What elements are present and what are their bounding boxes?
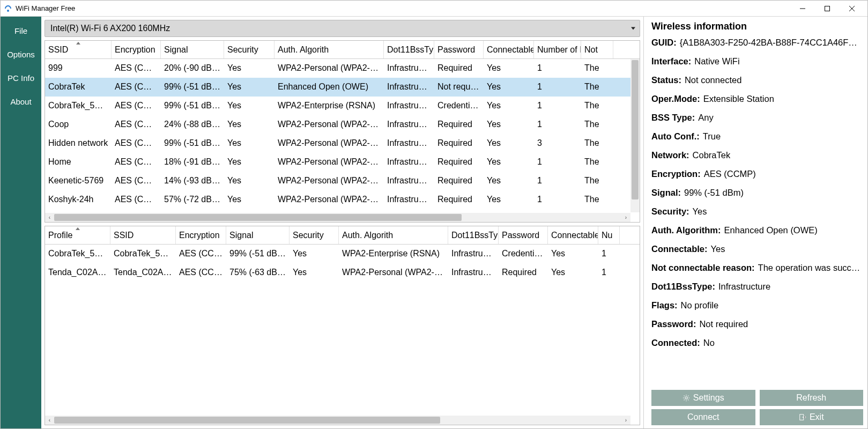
window-title: WiFi Manager Free [16, 4, 790, 12]
sidebar-item-file[interactable]: File [1, 19, 41, 42]
info-row: Auth. Algorithm:Enhanced Open (OWE) [651, 225, 863, 235]
sidebar: File Options PC Info About [1, 17, 41, 428]
chevron-down-icon [631, 27, 635, 30]
sidebar-item-about[interactable]: About [1, 90, 41, 113]
info-row: Network:CobraTek [651, 150, 863, 160]
networks-col-8[interactable]: Number of B [534, 41, 581, 58]
profiles-col-9[interactable]: Nu [598, 226, 620, 244]
network-row[interactable]: HomeAES (CCMP)18% (-91 dBm)YesWPA2-Perso… [45, 153, 640, 172]
connect-button[interactable]: Connect [651, 409, 755, 425]
info-row: BSS Type:Any [651, 113, 863, 123]
profiles-col-1[interactable]: SSID [110, 226, 176, 244]
profiles-col-7[interactable]: Password [499, 226, 548, 244]
network-row[interactable]: Hidden networkAES (CCMP)99% (-51 dBm)Yes… [45, 134, 640, 153]
networks-table: SSIDEncryptionSignalSecurityAuth. Algori… [44, 40, 640, 223]
info-row: Connected:No [651, 338, 863, 348]
networks-hscroll[interactable]: ‹ › [45, 213, 630, 222]
info-row: Security:Yes [651, 206, 863, 217]
profiles-col-5[interactable]: Auth. Algorith [339, 226, 448, 244]
networks-col-4[interactable]: Auth. Algorith [275, 41, 384, 58]
info-row: Signal:99% (-51 dBm) [651, 188, 863, 198]
profiles-col-0[interactable]: Profile [45, 226, 110, 244]
close-button[interactable] [840, 1, 864, 17]
networks-col-2[interactable]: Signal [161, 41, 224, 58]
info-row: Auto Conf.:True [651, 131, 863, 142]
profiles-col-6[interactable]: Dot11BssType [448, 226, 499, 244]
profiles-col-8[interactable]: Connectable [548, 226, 598, 244]
adapter-selected: Intel(R) Wi-Fi 6 AX200 160MHz [50, 24, 170, 33]
network-row[interactable]: CoopAES (CCMP)24% (-88 dBm)YesWPA2-Perso… [45, 115, 640, 134]
network-row[interactable]: Koshyk-24hAES (CCMP)57% (-72 dBm)YesWPA2… [45, 190, 640, 209]
minimize-button[interactable] [790, 1, 815, 17]
network-row[interactable]: Keenetic-5769AES (CCMP)14% (-93 dBm)YesW… [45, 172, 640, 190]
app-icon [4, 4, 12, 13]
info-row: Encryption:AES (CCMP) [651, 169, 863, 179]
svg-point-2 [685, 397, 687, 399]
gear-icon [682, 394, 690, 402]
networks-col-0[interactable]: SSID [45, 41, 112, 58]
info-row: Status:Not connected [651, 75, 863, 85]
profiles-col-4[interactable]: Security [290, 226, 339, 244]
profiles-header: ProfileSSIDEncryptionSignalSecurityAuth.… [45, 226, 640, 245]
info-row: Password:Not required [651, 319, 863, 329]
info-panel: Wireless information GUID:{A1B8A303-F250… [643, 17, 867, 428]
svg-rect-1 [825, 6, 830, 11]
profiles-table: ProfileSSIDEncryptionSignalSecurityAuth.… [44, 226, 640, 425]
sidebar-item-pcinfo[interactable]: PC Info [1, 66, 41, 90]
title-bar: WiFi Manager Free [1, 1, 867, 17]
adapter-dropdown[interactable]: Intel(R) Wi-Fi 6 AX200 160MHz [44, 20, 640, 37]
networks-col-7[interactable]: Connectable [484, 41, 534, 58]
exit-button[interactable]: Exit [760, 409, 864, 425]
sidebar-item-options[interactable]: Options [1, 42, 41, 66]
profiles-col-3[interactable]: Signal [226, 226, 290, 244]
info-row: Not connectable reason:The operation was… [651, 263, 863, 273]
networks-vscroll[interactable] [630, 59, 640, 212]
profiles-hscroll[interactable]: ‹ › [45, 416, 630, 425]
network-row[interactable]: 999AES (CCMP)20% (-90 dBm)YesWPA2-Person… [45, 59, 640, 78]
info-row: Flags:No profile [651, 300, 863, 310]
profiles-col-2[interactable]: Encryption [176, 226, 226, 244]
profile-row[interactable]: Tenda_C02AD8Tenda_C02AD8AES (CCMP)75% (-… [45, 263, 640, 282]
info-row: Oper.Mode:Extensible Station [651, 94, 863, 104]
profile-row[interactable]: CobraTek_5GHzCobraTek_5GHzAES (CCMP)99% … [45, 245, 640, 263]
info-row: Connectable:Yes [651, 244, 863, 254]
network-row[interactable]: CobraTekAES (CCMP)99% (-51 dBm)YesEnhanc… [45, 78, 640, 97]
networks-col-1[interactable]: Encryption [112, 41, 161, 58]
networks-col-3[interactable]: Security [224, 41, 275, 58]
networks-col-6[interactable]: Password [434, 41, 484, 58]
networks-col-5[interactable]: Dot11BssType [384, 41, 434, 58]
info-title: Wireless information [651, 21, 863, 32]
info-row: Dot11BssType:Infrastructure [651, 282, 863, 292]
svg-point-0 [7, 10, 9, 12]
networks-header: SSIDEncryptionSignalSecurityAuth. Algori… [45, 41, 640, 59]
exit-icon [799, 413, 806, 421]
settings-button[interactable]: Settings [651, 390, 755, 406]
maximize-button[interactable] [815, 1, 840, 17]
network-row[interactable]: CobraTek_5GHzAES (CCMP)99% (-51 dBm)YesW… [45, 97, 640, 115]
refresh-button[interactable]: Refresh [760, 390, 864, 406]
networks-col-9[interactable]: Not [581, 41, 613, 58]
info-row: Interface:Native WiFi [651, 56, 863, 66]
info-row: GUID:{A1B8A303-F250-42BA-B88F-74CC1A46FC… [651, 38, 863, 48]
